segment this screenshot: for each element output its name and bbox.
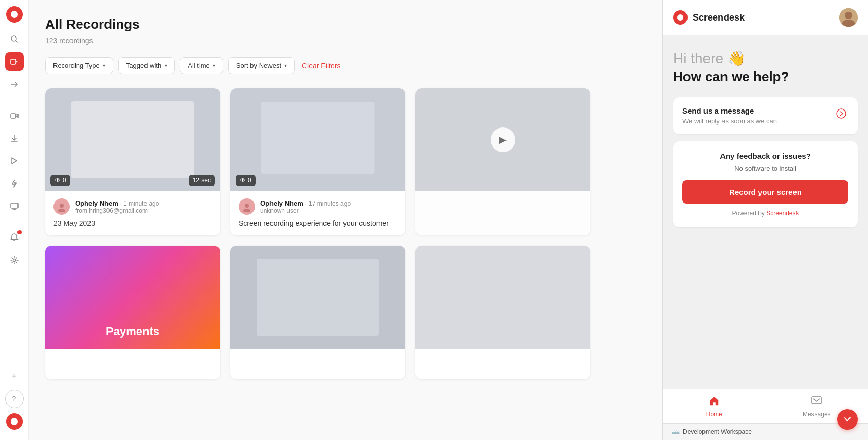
send-message-row: Send us a message We will reply as soon … — [682, 106, 848, 125]
svg-point-22 — [837, 109, 846, 118]
play-button-3[interactable]: ▶ — [491, 127, 515, 152]
mini-screen-2 — [261, 102, 375, 174]
duration-badge-1: 12 sec — [189, 175, 215, 186]
card-thumbnail-6 — [415, 246, 590, 349]
user-info-1: Ophely Nhem · 1 minute ago from hring306… — [75, 199, 159, 214]
main-content-area: All Recordings 123 recordings Recording … — [29, 0, 662, 440]
avatar-2 — [239, 198, 255, 215]
recording-card-4[interactable]: Payments — [45, 246, 220, 379]
widget-header: Screendesk — [663, 0, 868, 35]
recording-card-3[interactable]: ▶ — [415, 88, 590, 235]
recording-card-5[interactable] — [230, 246, 405, 379]
sidebar-item-recordings[interactable] — [5, 52, 24, 71]
svg-point-16 — [58, 209, 65, 212]
footer-tab-home[interactable]: Home — [663, 389, 766, 423]
clear-filters-button[interactable]: Clear Filters — [300, 58, 342, 74]
thumbnail-bg-4: Payments — [45, 246, 220, 349]
card-meta-overlay-1: 👁 0 12 sec — [50, 175, 215, 186]
svg-marker-3 — [16, 61, 18, 63]
widget-title: Screendesk — [693, 12, 745, 23]
recording-card-1[interactable]: ▶ 👁 0 12 sec — [45, 88, 220, 235]
eye-icon-2: 👁 — [240, 177, 246, 184]
svg-rect-10 — [11, 203, 18, 208]
card-info-6 — [415, 349, 590, 379]
sidebar-item-send[interactable] — [5, 75, 24, 94]
sidebar-item-add[interactable]: + — [5, 367, 24, 386]
card-info-5 — [230, 349, 405, 379]
sidebar-item-search[interactable] — [5, 30, 24, 48]
recordings-grid-row2: Payments — [45, 246, 590, 379]
tagged-with-filter[interactable]: Tagged with ▾ — [118, 57, 175, 74]
mini-screen-5 — [257, 259, 379, 336]
sort-label: Sort by Newest — [236, 62, 281, 69]
widget-body: Hi there 👋 How can we help? Send us a me… — [663, 35, 868, 389]
powered-by-link[interactable]: Screendesk — [766, 210, 799, 217]
avatar-1 — [53, 198, 70, 215]
sidebar-item-display[interactable] — [5, 197, 24, 215]
card-user-row-1: Ophely Nhem · 1 minute ago from hring306… — [53, 198, 212, 215]
views-count-1: 0 — [63, 177, 66, 184]
sidebar-item-download[interactable] — [5, 129, 24, 148]
sidebar-item-play[interactable] — [5, 152, 24, 170]
send-message-arrow-button[interactable] — [834, 106, 848, 121]
filter-bar: Recording Type ▾ Tagged with ▾ All time … — [45, 57, 646, 74]
widget-collapse-button[interactable] — [837, 409, 858, 430]
recording-card-6[interactable] — [415, 246, 590, 379]
tagged-with-chevron-icon: ▾ — [165, 63, 167, 68]
sidebar-divider-2 — [6, 222, 23, 222]
widget-greeting: Hi there 👋 — [673, 50, 858, 67]
all-time-filter[interactable]: All time ▾ — [180, 57, 223, 74]
recording-type-filter[interactable]: Recording Type ▾ — [45, 57, 113, 74]
send-message-card[interactable]: Send us a message We will reply as soon … — [673, 97, 858, 134]
feedback-title: Any feedback or issues? — [682, 152, 848, 160]
messages-icon — [811, 395, 822, 409]
card-thumbnail-3: ▶ — [415, 88, 590, 191]
powered-by: Powered by Screendesk — [682, 210, 848, 217]
footer-messages-label: Messages — [803, 411, 831, 418]
feedback-card: Any feedback or issues? No software to i… — [673, 141, 858, 227]
notification-badge — [17, 230, 22, 234]
page-title: All Recordings — [45, 16, 646, 32]
all-time-chevron-icon: ▾ — [213, 63, 215, 68]
workspace-bar: ⌨️ Development Workspace — [663, 423, 868, 440]
sidebar-item-notifications[interactable] — [5, 228, 24, 247]
card-user-row-2: Ophely Nhem · 17 minutes ago unknown use… — [239, 198, 397, 215]
widget-user-avatar — [839, 8, 858, 27]
card-title-2: Screen recording experience for your cus… — [239, 219, 397, 227]
sidebar-item-logo-bottom[interactable] — [6, 413, 23, 430]
thumbnail-bg-3: ▶ — [415, 88, 590, 191]
views-badge-1: 👁 0 — [50, 175, 70, 186]
sidebar-item-lightning[interactable] — [5, 174, 24, 193]
user-name-2: Ophely Nhem · 17 minutes ago — [260, 199, 351, 207]
app-logo[interactable] — [6, 6, 23, 23]
all-time-label: All time — [188, 62, 210, 69]
mini-screen-1 — [71, 101, 194, 178]
recording-card-2[interactable]: ▶ 👁 0 — [230, 88, 405, 235]
svg-rect-23 — [812, 397, 821, 404]
sidebar-item-camera[interactable] — [5, 106, 24, 125]
svg-rect-5 — [11, 114, 16, 118]
widget-headline: How can we help? — [673, 69, 858, 85]
sidebar: + ? — [0, 0, 29, 440]
recordings-grid: ▶ 👁 0 12 sec — [45, 88, 590, 235]
widget-footer-area: Home Messages ⌨️ Development Workspace — [663, 389, 868, 440]
send-message-subtitle: We will reply as soon as we can — [682, 117, 777, 125]
svg-marker-6 — [16, 114, 18, 117]
sidebar-item-settings[interactable] — [5, 251, 24, 269]
greeting-text: Hi there — [673, 50, 724, 66]
card-date-1: 23 May 2023 — [53, 219, 212, 227]
views-badge-2: 👁 0 — [236, 175, 256, 186]
svg-point-18 — [243, 209, 250, 212]
card-thumbnail-1: ▶ 👁 0 12 sec — [45, 88, 220, 191]
svg-point-17 — [245, 204, 249, 208]
sidebar-item-help[interactable]: ? — [5, 390, 24, 408]
sidebar-bottom: + ? — [5, 366, 24, 434]
card-info-2: Ophely Nhem · 17 minutes ago unknown use… — [230, 191, 405, 235]
svg-rect-2 — [11, 59, 16, 64]
record-screen-button[interactable]: Record your screen — [682, 180, 848, 204]
payments-label: Payments — [106, 325, 159, 338]
card-thumbnail-5 — [230, 246, 405, 349]
sort-filter[interactable]: Sort by Newest ▾ — [228, 57, 295, 74]
card-info-1: Ophely Nhem · 1 minute ago from hring306… — [45, 191, 220, 235]
eye-icon-1: 👁 — [55, 177, 61, 184]
